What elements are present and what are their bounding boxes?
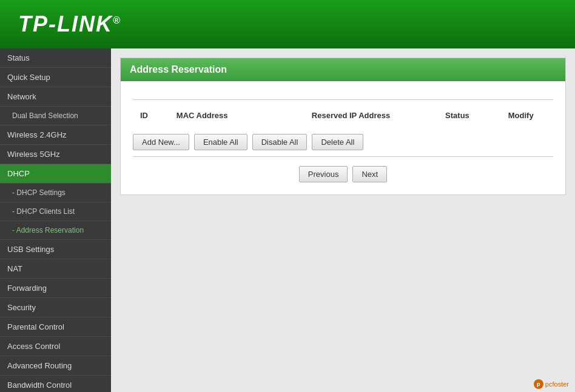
sidebar-item-access-control[interactable]: Access Control [0, 337, 111, 356]
col-modify: Modify [488, 106, 553, 125]
sidebar-item-nat[interactable]: NAT [0, 259, 111, 279]
next-button[interactable]: Next [352, 166, 387, 182]
sidebar-item-usb-settings[interactable]: USB Settings [0, 240, 111, 259]
footer-text: pcfoster [545, 380, 569, 388]
col-mac: MAC Address [169, 106, 276, 125]
enable-all-button[interactable]: Enable All [194, 134, 247, 150]
disable-all-button[interactable]: Disable All [252, 134, 308, 150]
sidebar-item-dual-band[interactable]: Dual Band Selection [0, 107, 111, 125]
sidebar-item-dhcp-clients[interactable]: - DHCP Clients List [0, 202, 111, 221]
sidebar-item-status[interactable]: Status [0, 48, 111, 68]
sidebar-item-wireless-5[interactable]: Wireless 5GHz [0, 145, 111, 164]
sidebar-item-wireless-24[interactable]: Wireless 2.4GHz [0, 125, 111, 145]
col-status: Status [426, 106, 488, 125]
col-ip: Reserved IP Address [276, 106, 426, 125]
sidebar: Status Quick Setup Network Dual Band Sel… [0, 48, 111, 392]
add-new-button[interactable]: Add New... [133, 134, 189, 150]
previous-button[interactable]: Previous [299, 166, 348, 182]
sidebar-item-security[interactable]: Security [0, 298, 111, 317]
page-title: Address Reservation [121, 58, 565, 81]
content-body: ID MAC Address Reserved IP Address Statu… [121, 81, 565, 194]
sidebar-item-dhcp-settings[interactable]: - DHCP Settings [0, 184, 111, 202]
sidebar-item-forwarding[interactable]: Forwarding [0, 279, 111, 298]
main-content: Address Reservation ID MAC Address Reser… [111, 48, 575, 392]
action-buttons: Add New... Enable All Disable All Delete… [133, 134, 553, 150]
sidebar-item-address-reservation[interactable]: - Address Reservation [0, 221, 111, 240]
divider-top [133, 99, 553, 100]
address-table: ID MAC Address Reserved IP Address Statu… [133, 106, 553, 125]
layout: Status Quick Setup Network Dual Band Sel… [0, 48, 575, 392]
content-area: Address Reservation ID MAC Address Reser… [120, 58, 566, 195]
sidebar-item-dhcp[interactable]: DHCP [0, 164, 111, 184]
sidebar-item-quick-setup[interactable]: Quick Setup [0, 68, 111, 87]
footer-watermark: p pcfoster [534, 379, 569, 389]
nav-buttons: Previous Next [133, 166, 553, 182]
footer-icon: p [534, 379, 543, 389]
sidebar-item-network[interactable]: Network [0, 87, 111, 107]
sidebar-item-bandwidth-control[interactable]: Bandwidth Control [0, 376, 111, 392]
delete-all-button[interactable]: Delete All [312, 134, 363, 150]
col-id: ID [133, 106, 169, 125]
sidebar-item-parental-control[interactable]: Parental Control [0, 317, 111, 337]
header: TP-LINK® [0, 0, 575, 48]
logo: TP-LINK® [18, 12, 121, 37]
sidebar-item-advanced-routing[interactable]: Advanced Routing [0, 356, 111, 376]
divider-bottom [133, 156, 553, 157]
